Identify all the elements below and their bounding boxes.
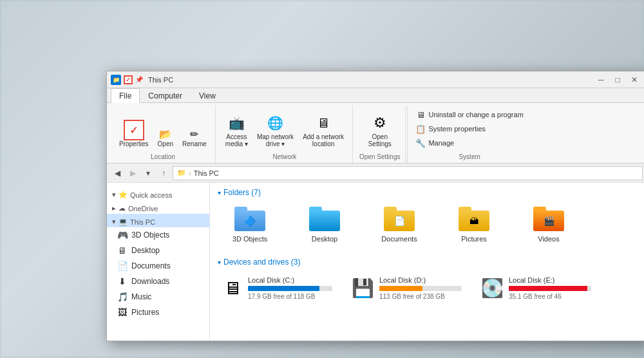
quick-access-icon: ⭐ <box>118 191 128 199</box>
folder-documents[interactable]: 📄 Documents <box>367 202 431 247</box>
documents-label: Documents <box>131 261 171 270</box>
up-button[interactable]: ↑ <box>157 167 170 180</box>
system-props-button[interactable]: 📋 System properties <box>413 122 526 135</box>
folder-3d-label: 3D Objects <box>232 235 267 243</box>
tab-view[interactable]: View <box>191 88 224 103</box>
tab-file[interactable]: File <box>111 88 140 103</box>
titlebar-checkbox[interactable] <box>124 75 133 84</box>
folders-section-label: Folders (7) <box>223 188 261 197</box>
ribbon-group-location-items: Properties 📂 Open ✏ Rename <box>116 106 210 152</box>
forward-button[interactable]: ▶ <box>126 167 139 180</box>
pin-icon: 📌 <box>135 76 143 83</box>
desktop-icon: 🖥 <box>117 245 128 256</box>
folder-desktop[interactable]: Desktop <box>292 202 357 247</box>
settings-group-label: Open Settings <box>359 152 400 163</box>
downloads-label: Downloads <box>131 277 169 286</box>
drive-e-size: 35.1 GB free of 46 <box>509 293 591 300</box>
add-network-icon: 🖥 <box>313 113 334 133</box>
sidebar-item-desktop[interactable]: 🖥 Desktop <box>107 243 209 258</box>
sidebar-item-downloads[interactable]: ⬇ Downloads <box>107 274 209 289</box>
ribbon-group-open-settings: ⚙ OpenSettings Open Settings <box>354 106 406 163</box>
rename-label: Rename <box>182 140 207 147</box>
window-icon: 📁 <box>111 75 121 85</box>
drives-section-header: Devices and drives (3) <box>218 258 639 267</box>
folder-pics-icon-wrapper: 🏔 <box>459 207 489 232</box>
folder-videos-icon-wrapper: 🎬 <box>533 207 564 232</box>
drives-grid: 🖥 Local Disk (C:) 17.9 GB free of 118 GB… <box>218 272 639 305</box>
location-group-label: Location <box>116 152 210 163</box>
map-network-icon: 🌐 <box>265 113 286 133</box>
folder-videos[interactable]: 🎬 Videos <box>516 202 581 247</box>
address-sep: › <box>189 169 191 177</box>
sidebar-item-3d-objects[interactable]: 🎮 3D Objects <box>107 227 209 243</box>
3d-objects-label: 3D Objects <box>131 231 169 240</box>
sidebar-item-documents[interactable]: 📄 Documents <box>107 258 209 274</box>
folder-docs-icon-wrapper: 📄 <box>384 207 415 232</box>
system-props-label: System properties <box>428 125 486 133</box>
rename-icon: ✏ <box>190 128 198 140</box>
drive-d[interactable]: 💾 Local Disk (D:) 113 GB free of 238 GB <box>347 272 466 305</box>
drive-e[interactable]: 💽 Local Disk (E:) 35.1 GB free of 46 <box>477 272 596 305</box>
map-network-button[interactable]: 🌐 Map networkdrive ▾ <box>254 111 297 149</box>
folder-3d-objects[interactable]: 🔷 3D Objects <box>218 202 282 247</box>
sidebar-item-music[interactable]: 🎵 Music <box>107 289 209 305</box>
folder-videos-label: Videos <box>538 235 559 243</box>
sidebar-item-pictures[interactable]: 🖼 Pictures <box>107 305 209 320</box>
open-settings-button[interactable]: ⚙ OpenSettings <box>365 111 395 149</box>
3d-objects-icon: 🎮 <box>117 230 128 240</box>
onedrive-icon: ☁ <box>118 204 126 212</box>
music-icon: 🎵 <box>117 292 128 302</box>
ribbon-group-network: 📺 Accessmedia ▾ 🌐 Map networkdrive ▾ 🖥 A… <box>217 106 353 163</box>
sidebar-item-this-pc[interactable]: ▾ 💻 This PC <box>107 214 209 227</box>
drive-e-info: Local Disk (E:) 35.1 GB free of 46 <box>509 276 591 300</box>
open-settings-label: OpenSettings <box>368 133 392 147</box>
uninstall-button[interactable]: 🖥 Uninstall or change a program <box>413 108 526 121</box>
open-button[interactable]: 📂 Open <box>155 126 176 149</box>
quick-access-label: Quick access <box>130 191 172 199</box>
tab-computer[interactable]: Computer <box>140 88 191 103</box>
back-button[interactable]: ◀ <box>111 167 124 180</box>
uninstall-icon: 🖥 <box>415 109 426 120</box>
network-group-label: Network <box>222 152 347 163</box>
add-network-label: Add a networklocation <box>303 133 344 147</box>
drive-c-bar <box>248 286 319 291</box>
sidebar-item-onedrive[interactable]: ▸ ☁ OneDrive <box>107 200 209 214</box>
drive-c-bar-container <box>248 286 332 291</box>
folder-videos-icon: 🎬 <box>533 207 564 231</box>
drive-d-icon: 💾 <box>352 278 374 299</box>
access-media-button[interactable]: 📺 Accessmedia ▾ <box>222 111 251 149</box>
drive-e-icon: 💽 <box>481 278 504 299</box>
minimize-button[interactable]: ─ <box>592 71 609 88</box>
settings-icon: ⚙ <box>370 113 390 133</box>
address-path: This PC <box>194 169 219 177</box>
recent-button[interactable]: ▾ <box>142 167 155 180</box>
sidebar-section-quick-access[interactable]: ▾ ⭐ Quick access <box>107 187 209 200</box>
manage-label: Manage <box>428 139 454 147</box>
folders-grid: 🔷 3D Objects Desktop <box>218 202 639 247</box>
address-folder-icon: 📁 <box>177 169 186 177</box>
properties-button[interactable]: Properties <box>116 118 152 149</box>
desktop-label: Desktop <box>131 246 160 255</box>
rename-button[interactable]: ✏ Rename <box>179 126 210 149</box>
properties-label: Properties <box>119 140 149 147</box>
folder-pictures-label: Pictures <box>461 235 487 243</box>
folders-section-header: Folders (7) <box>218 188 639 197</box>
close-button[interactable]: ✕ <box>626 71 643 88</box>
pictures-icon: 🖼 <box>117 307 128 317</box>
drive-c-name: Local Disk (C:) <box>248 276 332 284</box>
drives-section-label: Devices and drives (3) <box>223 258 300 267</box>
address-bar[interactable]: 📁 › This PC <box>173 166 643 180</box>
drive-d-info: Local Disk (D:) 113 GB free of 238 GB <box>379 276 462 300</box>
maximize-button[interactable]: □ <box>609 71 626 88</box>
ribbon-group-system: 🖥 Uninstall or change a program 📋 System… <box>407 106 531 163</box>
folder-3d-icon: 🔷 <box>234 207 265 231</box>
folder-pictures[interactable]: 🏔 Pictures <box>442 202 506 247</box>
add-network-button[interactable]: 🖥 Add a networklocation <box>299 111 347 149</box>
chevron-down-icon: ▾ <box>112 191 116 199</box>
uninstall-label: Uninstall or change a program <box>428 111 523 118</box>
manage-button[interactable]: 🔧 Manage <box>413 137 526 149</box>
open-icon: 📂 <box>159 128 172 140</box>
chevron-down-icon-pc: ▾ <box>112 218 116 226</box>
drive-c[interactable]: 🖥 Local Disk (C:) 17.9 GB free of 118 GB <box>218 272 337 305</box>
drive-e-name: Local Disk (E:) <box>509 276 591 284</box>
